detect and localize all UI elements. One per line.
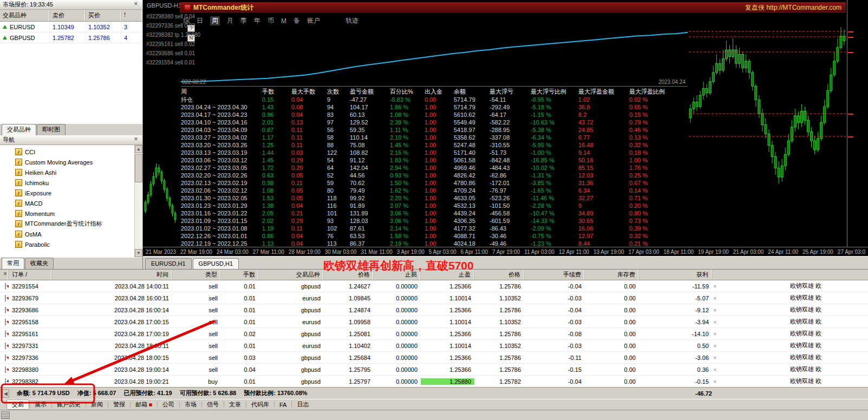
orders-column-header[interactable]: 交易品种 [259,270,324,280]
orders-column-header[interactable]: 时间 [52,270,172,280]
close-order-icon[interactable]: × [712,283,722,290]
close-icon[interactable]: × [132,1,140,8]
left-column: 市场报价: 19:33:45 × 交易品种卖价买价! EURUSD1.10349… [0,0,143,269]
stats-cell: -484.43 [490,164,531,172]
scroll-down-icon[interactable]: ▼ [135,249,142,257]
order-row[interactable]: 322983822023.04.28 19:00:21buy0.01gbpusd… [0,376,868,387]
close-icon[interactable]: × [132,136,140,143]
orders-column-header[interactable]: 获利 [639,270,712,280]
order-row[interactable]: 322936792023.04.28 16:00:11sell0.01eurus… [0,292,868,304]
orders-column-header[interactable]: 手续费 [524,270,585,280]
sidebar-item-indicator[interactable]: ƒiExposure [0,188,142,198]
orders-column-header[interactable]: 类型 [172,270,221,280]
stats-menu-item[interactable]: 月 [227,16,233,25]
terminal-tab-9[interactable]: 信号 [202,400,224,409]
order-row[interactable]: 322983802023.04.28 19:00:14sell0.04gbpus… [0,364,868,376]
order-row[interactable]: 322915542023.04.28 14:00:11sell0.01gbpus… [0,280,868,292]
time-axis-label: 13 Apr 19:00 [593,249,624,255]
sidebar-item-indicator[interactable]: ƒCustom Moving Averages [0,157,142,167]
orders-column-header[interactable]: 手数 [221,270,259,280]
close-order-icon[interactable]: × [712,366,722,373]
navigator-tab-2[interactable]: 收藏夹 [25,258,54,269]
close-order-icon[interactable]: × [712,319,722,325]
column-header[interactable]: ! [121,10,142,21]
orders-table-rows: 322915542023.04.28 14:00:11sell0.01gbpus… [0,280,868,387]
order-row[interactable]: 322973312023.04.28 18:00:11sell0.01eurus… [0,340,868,352]
scroll-left-icon[interactable]: ◀ [2,389,9,398]
close-order-icon[interactable]: × [712,295,722,301]
terminal-tab-1[interactable]: 交易 [6,399,29,410]
order-stoploss: 0.00000 [374,295,421,301]
stats-cell: 2023.03.13 ~ 2023.03.19 [181,149,262,156]
navigator-scrollbar[interactable]: ▲ ▼ [134,145,142,257]
terminal-tab-12[interactable]: FA [275,401,291,409]
close-order-icon[interactable]: × [712,343,722,349]
sidebar-item-indicator[interactable]: ƒParabolic [0,239,142,250]
sidebar-item-indicator[interactable]: ƒMomentum [0,208,142,219]
stats-menu-item[interactable]: 周 [210,16,220,25]
stats-menu-item[interactable]: 年 [254,16,260,25]
stats-menu-track[interactable]: 轨迹 [345,16,358,25]
close-order-icon[interactable]: × [712,331,722,337]
order-comment: 欧镑双雄 欧 [787,306,868,314]
stats-menu-item[interactable]: 币 [267,16,274,25]
close-icon[interactable]: × [3,271,7,278]
stats-column-header: 余额 [454,88,490,96]
terminal-tab-3[interactable]: 账户历史 [52,400,86,409]
close-order-icon[interactable]: × [712,378,722,385]
market-watch-row[interactable]: GBPUSD1.257821.257864 [0,32,142,43]
stats-menu-item[interactable]: 账户 [307,16,320,25]
stats-cell: 2023.01.23 ~ 2023.01.29 [181,202,262,209]
column-header[interactable]: 卖价 [50,10,86,21]
orders-column-header[interactable]: 价格 [474,270,524,280]
terminal-tab-7[interactable]: 公司 [158,400,179,409]
order-current-price: 1.10352 [474,343,524,349]
terminal-tab-11[interactable]: 代码库 [246,400,274,409]
stats-cell: 5549.49 [454,119,490,126]
scroll-up-icon[interactable]: ▲ [135,145,142,153]
terminal-tab-8[interactable]: 市场 [180,400,201,409]
market-watch-row[interactable]: EURUSD1.103491.103523 [0,22,142,32]
order-open-price: 1.09845 [324,295,374,301]
orders-column-header[interactable]: 订单 / [9,270,52,280]
stats-menu-item[interactable]: 综 [183,16,190,25]
market-watch-tab-1[interactable]: 交易品种 [2,124,36,135]
stats-menu-item[interactable]: 季 [240,16,247,25]
navigator-tab-1[interactable]: 常用 [2,258,24,269]
terminal-tab-10[interactable]: 文章 [224,400,246,409]
column-header[interactable]: 买价 [86,10,121,21]
sidebar-item-indicator[interactable]: ƒCCI [0,147,142,157]
order-row[interactable]: 322936862023.04.28 16:00:14sell0.01gbpus… [0,304,868,316]
sidebar-item-indicator[interactable]: ƒOsMA [0,229,142,239]
sidebar-item-indicator[interactable]: ƒIchimoku [0,178,142,188]
order-current-price: 1.25786 [474,331,524,337]
stats-column-header: 最大浮亏比例 [531,88,578,96]
order-id: 32291554 [9,283,52,290]
terminal-tab-6[interactable]: 邮箱 [130,400,157,409]
market-watch-tab-2[interactable]: 即时图 [37,124,66,135]
scrollbar-thumb[interactable] [135,154,142,182]
sidebar-item-indicator[interactable]: ƒMTCommander盈亏统计指标 [0,219,142,229]
stats-menu-item[interactable]: 日 [197,16,203,25]
chart-tab-gbpusd-h1[interactable]: GBPUSD,H1 [193,258,239,269]
stats-menu-item[interactable]: 备 [293,16,300,25]
order-icon-cell [0,295,9,301]
terminal-tab-13[interactable]: 日志 [292,400,314,409]
terminal-tab-5[interactable]: 警报 [108,400,130,409]
close-order-icon[interactable]: × [712,355,722,361]
order-type: sell [172,355,221,361]
column-header[interactable]: 交易品种 [0,10,50,21]
close-order-icon[interactable]: × [712,307,722,313]
toolbox-corner-icon[interactable] [1,411,10,419]
order-row[interactable]: 322951582023.04.28 17:00:15sell0.01eurus… [0,316,868,328]
chart-tab-eurusd-h1[interactable]: EURUSD,H1 [145,258,192,269]
orders-column-header[interactable]: 库存费 [585,270,639,280]
sidebar-item-indicator[interactable]: ƒHeiken Ashi [0,167,142,178]
terminal-tab-4[interactable]: 新闻 [86,400,108,409]
stats-cell: 0.25 % [629,172,677,179]
terminal-tab-2[interactable]: 展示 [30,400,51,409]
order-row[interactable]: 322973362023.04.28 18:00:15sell0.03gbpus… [0,352,868,364]
order-row[interactable]: 322951612023.04.28 17:00:19sell0.02gbpus… [0,328,868,340]
sidebar-item-indicator[interactable]: ƒMACD [0,198,142,208]
stats-menu-item[interactable]: M [281,17,286,25]
